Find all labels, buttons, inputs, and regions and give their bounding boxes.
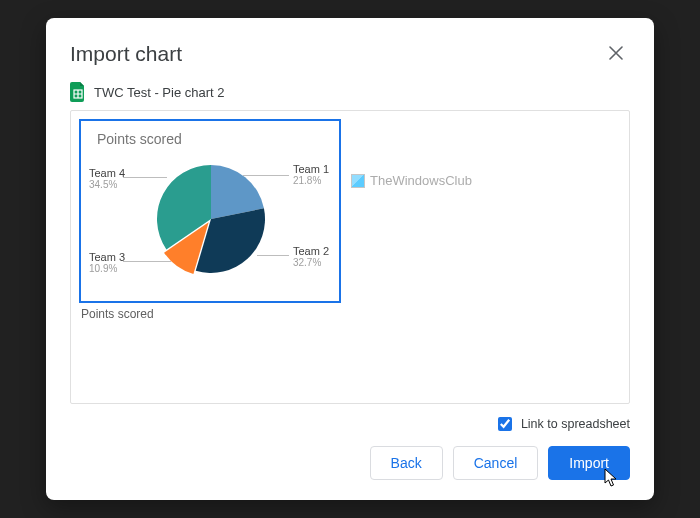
back-button[interactable]: Back xyxy=(370,446,443,480)
import-button[interactable]: Import xyxy=(548,446,630,480)
slice-label-team2: Team 2 32.7% xyxy=(293,245,329,269)
button-row: Back Cancel Import xyxy=(370,446,630,480)
pie-chart: Team 1 21.8% Team 2 32.7% Team 3 10.9% T… xyxy=(89,153,333,293)
slice-label-team4: Team 4 34.5% xyxy=(89,167,125,191)
source-row: TWC Test - Pie chart 2 xyxy=(70,82,630,102)
dialog-title: Import chart xyxy=(70,42,182,66)
watermark-icon xyxy=(351,174,365,188)
pie-graphic xyxy=(155,163,267,275)
import-chart-dialog: Import chart TWC Test - Pie chart 2 Poin… xyxy=(46,18,654,500)
slice-label-team1: Team 1 21.8% xyxy=(293,163,329,187)
cancel-button[interactable]: Cancel xyxy=(453,446,539,480)
chart-title: Points scored xyxy=(97,131,331,147)
link-to-spreadsheet-checkbox[interactable] xyxy=(498,417,512,431)
watermark-text: TheWindowsClub xyxy=(370,173,472,188)
close-button[interactable] xyxy=(602,40,630,68)
close-icon xyxy=(609,44,623,65)
chart-thumbnail[interactable]: Points scored Team 1 21.8% Team 2 xyxy=(79,119,341,303)
link-to-spreadsheet-label: Link to spreadsheet xyxy=(521,417,630,431)
source-file-name: TWC Test - Pie chart 2 xyxy=(94,85,225,100)
chart-caption: Points scored xyxy=(81,307,621,321)
dialog-header: Import chart xyxy=(70,40,630,68)
link-to-spreadsheet-option[interactable]: Link to spreadsheet xyxy=(494,414,630,434)
sheets-icon xyxy=(70,82,86,102)
watermark: TheWindowsClub xyxy=(351,173,472,188)
dialog-footer: Link to spreadsheet Back Cancel Import xyxy=(70,414,630,480)
slice-label-team3: Team 3 10.9% xyxy=(89,251,125,275)
chart-selection-area: Points scored Team 1 21.8% Team 2 xyxy=(70,110,630,404)
